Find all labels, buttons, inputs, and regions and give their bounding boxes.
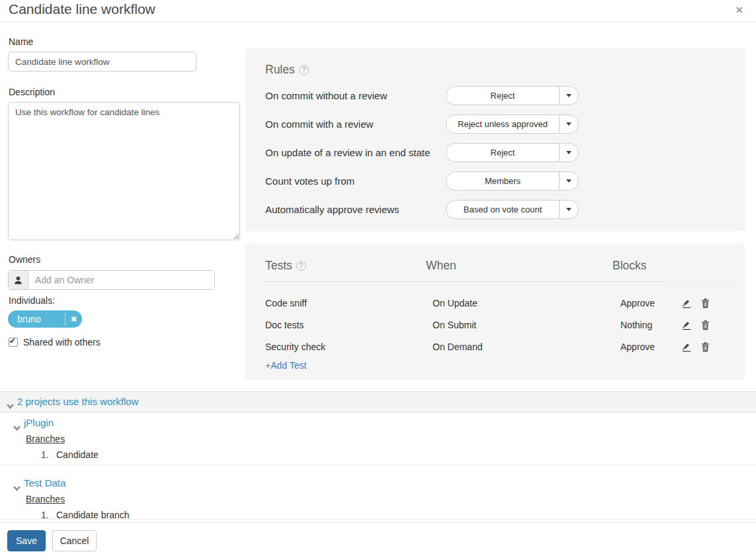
rule-dropdown[interactable]: Based on vote count <box>446 200 579 219</box>
description-textarea[interactable]: Use this workflow for candidate lines <box>8 102 240 240</box>
chevron-down-icon[interactable] <box>559 87 578 105</box>
test-row: Doc tests On Submit Nothing <box>245 318 745 333</box>
name-label: Name <box>9 36 33 47</box>
rule-dropdown-value: Members <box>446 172 559 190</box>
branches-heading: Branches <box>26 494 65 504</box>
rule-row: On commit without a review Reject <box>245 86 745 105</box>
rule-label: On update of a review in an end state <box>265 143 430 162</box>
when-column-header: When <box>426 259 456 273</box>
test-blocks: Approve <box>620 340 655 353</box>
rules-title: Rules <box>265 63 295 76</box>
test-name: Code sniff <box>265 297 307 310</box>
rule-dropdown[interactable]: Reject <box>446 143 579 162</box>
shared-checkbox-row[interactable]: ✔ Shared with others <box>9 337 101 348</box>
shared-label: Shared with others <box>23 337 101 348</box>
rule-dropdown-value: Reject <box>446 87 559 105</box>
owners-input-group <box>8 270 215 290</box>
tests-column-header: Tests <box>265 259 292 272</box>
rule-dropdown[interactable]: Reject unless approved <box>446 115 579 134</box>
test-when: On Submit <box>433 318 476 332</box>
project-divider <box>0 465 756 465</box>
rule-dropdown[interactable]: Reject <box>446 86 579 105</box>
cancel-button[interactable]: Cancel <box>52 530 97 551</box>
rule-dropdown-value: Reject unless approved <box>446 115 559 133</box>
person-icon <box>9 271 28 289</box>
project-link[interactable]: Test Data <box>24 477 65 488</box>
branch-name: Candidate <box>56 449 99 460</box>
rule-label: Count votes up from <box>265 171 355 191</box>
name-input[interactable] <box>8 52 196 71</box>
chevron-down-icon[interactable] <box>13 482 21 494</box>
tests-header: Tests? <box>265 259 306 273</box>
individuals-label: Individuals: <box>9 295 55 306</box>
test-blocks: Approve <box>620 297 655 310</box>
rule-dropdown-value: Based on vote count <box>446 201 559 218</box>
chevron-down-icon[interactable] <box>7 400 14 412</box>
chevron-down-icon[interactable] <box>559 172 578 190</box>
chevron-down-icon[interactable] <box>559 201 578 218</box>
tests-header-divider <box>265 281 663 282</box>
rules-header: Rules? <box>265 63 309 77</box>
chevron-down-icon[interactable] <box>13 422 21 434</box>
projects-summary-bar[interactable]: 2 projects use this workflow <box>0 391 756 412</box>
project-divider <box>0 519 756 520</box>
rule-label: On commit without a review <box>265 86 387 105</box>
test-row: Security check On Demand Approve <box>245 340 745 355</box>
rule-row: On update of a review in an end state Re… <box>245 143 745 162</box>
branch-number: 1. <box>41 449 49 460</box>
test-row: Code sniff On Update Approve <box>245 297 745 311</box>
rule-dropdown[interactable]: Members <box>446 171 579 191</box>
tests-help-icon[interactable]: ? <box>296 261 306 271</box>
tests-panel: Tests? When Blocks Code sniff On Update … <box>245 244 745 380</box>
rule-row: On commit with a review Reject unless ap… <box>245 115 745 134</box>
test-name: Doc tests <box>265 318 304 332</box>
rule-row: Automatically approve reviews Based on v… <box>245 200 745 219</box>
delete-icon[interactable] <box>700 320 710 333</box>
individual-tag: bruno ✖ <box>8 310 82 328</box>
add-test-link[interactable]: +Add Test <box>265 360 306 371</box>
edit-icon[interactable] <box>681 342 692 355</box>
chevron-down-icon[interactable] <box>559 144 578 162</box>
owners-input[interactable] <box>28 271 214 289</box>
delete-icon[interactable] <box>700 298 710 311</box>
footer-divider <box>0 522 756 523</box>
delete-icon[interactable] <box>700 342 710 355</box>
owners-label: Owners <box>9 254 40 265</box>
rule-row: Count votes up from Members <box>245 171 745 191</box>
close-icon[interactable]: ✕ <box>733 3 746 17</box>
rule-dropdown-value: Reject <box>446 144 559 162</box>
tag-name: bruno <box>8 310 65 328</box>
rules-help-icon[interactable]: ? <box>299 65 309 75</box>
edit-icon[interactable] <box>681 298 692 311</box>
test-name: Security check <box>265 340 325 353</box>
blocks-column-header: Blocks <box>612 259 647 273</box>
project-link[interactable]: jPlugin <box>24 417 54 428</box>
save-button[interactable]: Save <box>7 530 46 551</box>
header-divider <box>0 22 756 23</box>
edit-icon[interactable] <box>681 320 692 333</box>
tests-header-divider-light <box>663 281 734 282</box>
description-label: Description <box>9 87 55 97</box>
tag-remove-icon[interactable]: ✖ <box>65 310 82 328</box>
test-when: On Demand <box>433 340 482 353</box>
test-when: On Update <box>433 297 478 310</box>
page-title: Candidate line workflow <box>9 1 155 17</box>
check-icon: ✔ <box>9 336 16 346</box>
rule-label: On commit with a review <box>265 115 373 134</box>
shared-checkbox[interactable]: ✔ <box>9 338 18 347</box>
chevron-down-icon[interactable] <box>559 115 578 133</box>
projects-summary-link[interactable]: 2 projects use this workflow <box>17 396 138 407</box>
branches-heading: Branches <box>26 434 65 444</box>
test-blocks: Nothing <box>620 318 652 332</box>
rules-panel: Rules? On commit without a review Reject… <box>245 48 745 231</box>
rule-label: Automatically approve reviews <box>265 200 399 219</box>
